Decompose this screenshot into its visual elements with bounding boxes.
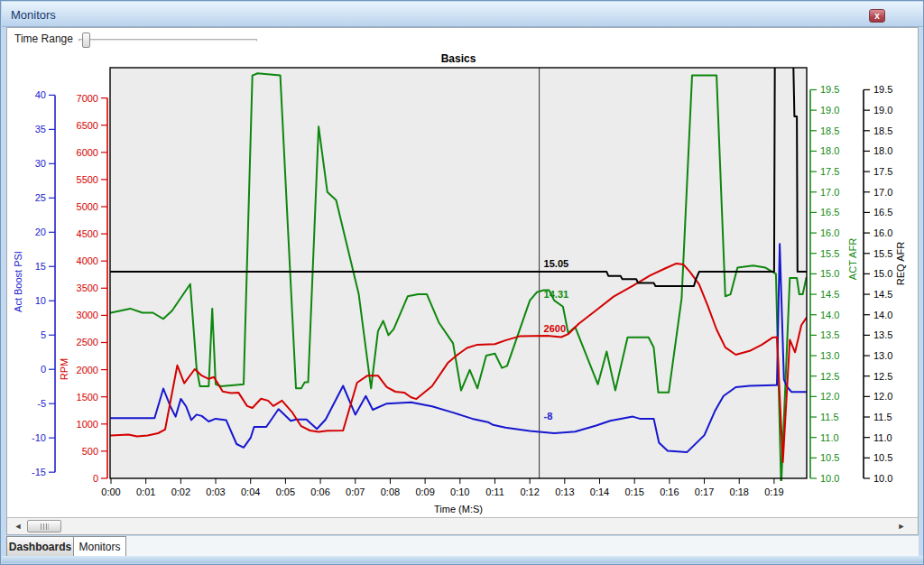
svg-text:0:14: 0:14 xyxy=(590,486,609,497)
svg-text:6500: 6500 xyxy=(77,120,98,131)
svg-text:0:06: 0:06 xyxy=(310,486,329,497)
svg-text:4500: 4500 xyxy=(77,228,98,239)
horizontal-scrollbar[interactable]: ◄ ► xyxy=(7,517,918,534)
close-button[interactable]: x xyxy=(869,9,885,23)
svg-text:Act Boost PSI: Act Boost PSI xyxy=(13,251,23,312)
svg-text:0:10: 0:10 xyxy=(450,486,469,497)
svg-text:13.0: 13.0 xyxy=(873,350,892,361)
svg-text:18.5: 18.5 xyxy=(873,125,892,136)
cursor-value-rpm: 2600 xyxy=(544,323,566,334)
tab-dashboards[interactable]: Dashboards xyxy=(6,536,74,558)
scroll-right-icon[interactable]: ► xyxy=(894,520,909,533)
svg-text:0:05: 0:05 xyxy=(276,486,295,497)
scrollbar-grip-icon xyxy=(41,523,49,530)
svg-text:4000: 4000 xyxy=(77,255,98,266)
slider-track[interactable] xyxy=(79,39,257,42)
svg-text:REQ AFR: REQ AFR xyxy=(895,242,906,285)
svg-text:-15: -15 xyxy=(32,467,46,477)
svg-text:2000: 2000 xyxy=(77,365,98,375)
scrollbar-thumb[interactable] xyxy=(27,520,61,533)
svg-text:13.0: 13.0 xyxy=(820,350,839,361)
svg-text:5: 5 xyxy=(41,329,46,340)
svg-text:19.5: 19.5 xyxy=(873,84,892,95)
svg-text:13.5: 13.5 xyxy=(820,329,839,340)
svg-text:-5: -5 xyxy=(37,398,46,409)
tab-monitors[interactable]: Monitors xyxy=(74,536,126,558)
svg-text:30: 30 xyxy=(35,158,46,169)
svg-text:17.5: 17.5 xyxy=(873,166,892,177)
svg-text:11.5: 11.5 xyxy=(820,412,839,422)
svg-text:18.5: 18.5 xyxy=(820,125,839,136)
close-icon: x xyxy=(874,11,880,21)
cursor-value-req_afr: 15.05 xyxy=(544,258,569,269)
svg-text:17.5: 17.5 xyxy=(820,166,839,177)
axis-rpm: 0500100015002000250030003500400045005000… xyxy=(59,93,107,484)
x-axis-title: Time (M:S) xyxy=(434,504,483,514)
svg-text:0:18: 0:18 xyxy=(730,486,749,497)
svg-text:5500: 5500 xyxy=(77,174,98,185)
svg-text:10.5: 10.5 xyxy=(820,452,839,463)
svg-text:0:09: 0:09 xyxy=(415,486,434,497)
svg-text:15.5: 15.5 xyxy=(820,248,839,259)
svg-text:14.5: 14.5 xyxy=(820,289,839,300)
svg-text:10.5: 10.5 xyxy=(873,452,892,463)
axis-time: 0:000:010:020:030:040:050:060:070:080:09… xyxy=(101,478,783,514)
cursor-value-boost: -8 xyxy=(544,411,553,421)
svg-text:1500: 1500 xyxy=(77,392,98,403)
svg-text:11.0: 11.0 xyxy=(873,432,892,443)
cursor-value-act_afr: 14.31 xyxy=(544,289,569,300)
svg-text:16.0: 16.0 xyxy=(873,227,892,238)
svg-text:11.5: 11.5 xyxy=(873,412,892,422)
svg-text:13.5: 13.5 xyxy=(873,329,892,340)
svg-text:18.0: 18.0 xyxy=(820,145,839,156)
chart-canvas[interactable]: Basics-15-10-50510152025303540Act Boost … xyxy=(7,50,918,518)
svg-text:0:12: 0:12 xyxy=(520,486,539,497)
svg-text:12.5: 12.5 xyxy=(820,371,839,382)
svg-text:25: 25 xyxy=(35,192,46,203)
svg-text:500: 500 xyxy=(82,446,98,457)
svg-text:0:19: 0:19 xyxy=(764,486,783,497)
svg-text:35: 35 xyxy=(35,124,46,134)
svg-text:15: 15 xyxy=(35,261,46,272)
svg-text:11.0: 11.0 xyxy=(820,432,839,443)
axis-boost: -15-10-50510152025303540Act Boost PSI xyxy=(13,89,55,477)
svg-text:0:02: 0:02 xyxy=(171,486,190,497)
time-range-slider[interactable] xyxy=(79,30,259,48)
svg-text:RPM: RPM xyxy=(59,358,69,380)
svg-text:19.0: 19.0 xyxy=(873,105,892,116)
svg-text:7000: 7000 xyxy=(77,93,98,104)
svg-text:0:15: 0:15 xyxy=(624,486,643,497)
svg-text:2500: 2500 xyxy=(77,337,98,347)
svg-text:0:00: 0:00 xyxy=(101,486,120,497)
svg-text:14.0: 14.0 xyxy=(873,310,892,320)
svg-text:12.0: 12.0 xyxy=(873,391,892,402)
svg-text:0:13: 0:13 xyxy=(555,486,574,497)
svg-text:3000: 3000 xyxy=(77,310,98,320)
svg-text:16.5: 16.5 xyxy=(873,207,892,218)
svg-text:1000: 1000 xyxy=(77,419,98,430)
svg-text:12.5: 12.5 xyxy=(873,371,892,382)
time-range-label: Time Range xyxy=(14,32,73,45)
svg-text:19.0: 19.0 xyxy=(820,105,839,116)
svg-text:0:17: 0:17 xyxy=(695,486,714,497)
svg-text:16.0: 16.0 xyxy=(820,227,839,238)
axis-req_afr: 10.010.511.011.512.012.513.013.514.014.5… xyxy=(864,84,906,484)
svg-text:15.0: 15.0 xyxy=(820,268,839,279)
window-titlebar[interactable]: Monitors x xyxy=(2,2,923,27)
chart-panel: Time Range Basics-15-10-5051015202530354… xyxy=(6,27,919,535)
svg-text:0:04: 0:04 xyxy=(241,486,260,497)
svg-text:14.5: 14.5 xyxy=(873,289,892,300)
axis-act_afr: 10.010.511.011.512.012.513.013.514.014.5… xyxy=(810,84,858,484)
scroll-left-icon[interactable]: ◄ xyxy=(11,520,25,533)
window-bottom-edge xyxy=(2,556,923,563)
svg-text:17.0: 17.0 xyxy=(820,187,839,198)
plot-area xyxy=(110,68,807,478)
svg-text:0:07: 0:07 xyxy=(346,486,365,497)
svg-text:-10: -10 xyxy=(32,432,46,443)
svg-text:14.0: 14.0 xyxy=(820,310,839,320)
slider-thumb[interactable] xyxy=(82,32,90,48)
svg-text:10.0: 10.0 xyxy=(820,473,839,484)
svg-text:19.5: 19.5 xyxy=(820,84,839,95)
svg-text:0:03: 0:03 xyxy=(206,486,225,497)
svg-text:6000: 6000 xyxy=(77,147,98,158)
